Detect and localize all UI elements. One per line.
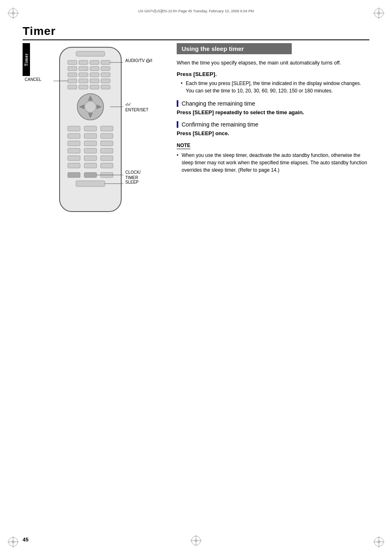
changing-heading: Changing the remaining time bbox=[182, 100, 369, 107]
svg-rect-28 bbox=[90, 73, 99, 77]
svg-rect-20 bbox=[90, 60, 99, 64]
svg-rect-55 bbox=[101, 148, 113, 153]
svg-rect-17 bbox=[76, 51, 105, 56]
side-tab-label: Timer bbox=[24, 53, 29, 66]
svg-rect-23 bbox=[79, 67, 88, 71]
svg-rect-57 bbox=[84, 156, 97, 161]
sleep-label: SLEEP bbox=[125, 180, 138, 184]
page-number: 45 bbox=[23, 537, 28, 543]
svg-rect-21 bbox=[101, 60, 110, 64]
svg-rect-49 bbox=[101, 134, 113, 138]
svg-rect-50 bbox=[68, 141, 80, 146]
svg-rect-29 bbox=[101, 73, 110, 77]
svg-rect-56 bbox=[68, 156, 80, 161]
svg-rect-52 bbox=[101, 141, 113, 146]
enter-set-label: ‹/›/ENTER/SET bbox=[125, 102, 148, 113]
note-section: NOTE When you use the sleep timer, deact… bbox=[177, 142, 369, 174]
file-info: UX-GN7V[US]EN-10.fm Page 45 Tuesday, Feb… bbox=[25, 9, 367, 13]
corner-mark-tl bbox=[7, 7, 19, 19]
title-underline bbox=[23, 39, 369, 40]
note-title: NOTE bbox=[177, 143, 190, 149]
page-title-area: Timer bbox=[23, 25, 369, 40]
svg-rect-65 bbox=[76, 181, 105, 187]
confirming-bold: Press [SLEEP] once. bbox=[177, 130, 369, 136]
svg-rect-31 bbox=[79, 79, 88, 83]
changing-section: Changing the remaining time bbox=[177, 100, 369, 107]
svg-rect-45 bbox=[84, 126, 97, 131]
svg-rect-58 bbox=[101, 156, 113, 161]
corner-mark-tr bbox=[373, 7, 385, 19]
confirming-section: Confirming the remaining time bbox=[177, 121, 369, 128]
svg-rect-63 bbox=[84, 173, 97, 177]
corner-mark-bl bbox=[7, 536, 19, 548]
confirming-heading: Confirming the remaining time bbox=[182, 121, 369, 128]
svg-rect-30 bbox=[68, 79, 77, 83]
svg-rect-51 bbox=[84, 141, 97, 146]
svg-rect-19 bbox=[79, 60, 88, 64]
svg-rect-60 bbox=[84, 163, 97, 168]
svg-rect-18 bbox=[68, 60, 77, 64]
svg-rect-46 bbox=[101, 126, 113, 131]
corner-mark-br bbox=[373, 536, 385, 548]
svg-rect-26 bbox=[68, 73, 77, 77]
svg-rect-35 bbox=[79, 85, 88, 89]
press-sleep-label: Press [SLEEP]. bbox=[177, 71, 369, 77]
svg-rect-22 bbox=[68, 67, 77, 71]
cancel-label: CANCEL bbox=[25, 77, 42, 82]
svg-rect-34 bbox=[68, 85, 77, 89]
svg-rect-37 bbox=[101, 85, 110, 89]
svg-rect-33 bbox=[101, 79, 110, 83]
changing-bold: Press [SLEEP] repeatedly to select the t… bbox=[177, 109, 369, 115]
svg-rect-47 bbox=[68, 134, 80, 138]
audio-tv-label: AUDIO/TV ⏻/I bbox=[125, 58, 152, 63]
svg-rect-24 bbox=[90, 67, 99, 71]
section-title-box: Using the sleep timer bbox=[177, 43, 292, 54]
svg-rect-36 bbox=[90, 85, 99, 89]
svg-rect-54 bbox=[84, 148, 97, 153]
svg-rect-53 bbox=[68, 148, 80, 153]
remote-illustration: AUDIO/TV ⏻/I CANCEL ‹/›/ENTER/SET CLOCK/… bbox=[41, 43, 148, 221]
svg-rect-25 bbox=[101, 67, 110, 71]
svg-rect-61 bbox=[101, 163, 113, 168]
svg-rect-32 bbox=[90, 79, 99, 83]
svg-rect-44 bbox=[68, 126, 80, 131]
svg-rect-48 bbox=[84, 134, 97, 138]
note-text: When you use the sleep timer, deactivate… bbox=[177, 152, 369, 174]
svg-rect-59 bbox=[68, 163, 80, 168]
remote-area: AUDIO/TV ⏻/I CANCEL ‹/›/ENTER/SET CLOCK/… bbox=[33, 43, 156, 221]
svg-point-39 bbox=[85, 101, 96, 113]
bullet-text-1: Each time you press [SLEEP], the time in… bbox=[181, 80, 369, 94]
page-title: Timer bbox=[23, 25, 369, 38]
intro-paragraph: When the time you specify elapses, the m… bbox=[177, 59, 369, 67]
svg-rect-27 bbox=[79, 73, 88, 77]
bottom-center-mark bbox=[190, 535, 202, 548]
content-area: Using the sleep timer When the time you … bbox=[177, 43, 369, 174]
clock-timer-label: CLOCK/TIMER bbox=[125, 170, 141, 180]
svg-rect-62 bbox=[68, 173, 80, 177]
side-tab: Timer bbox=[23, 43, 30, 76]
